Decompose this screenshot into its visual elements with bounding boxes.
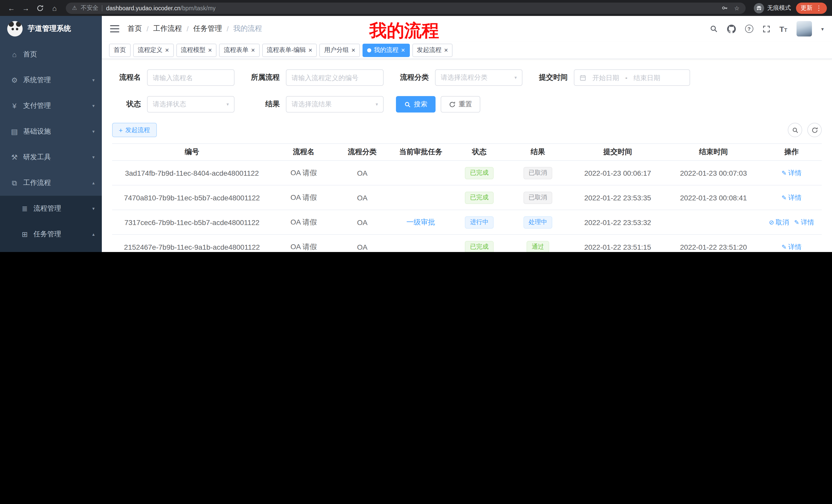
tab-my-process[interactable]: 我的流程× [363, 44, 410, 57]
sidebar-item-infrastructure[interactable]: ▤基础设施▾ [0, 119, 102, 144]
browser-chrome: ← → ⌂ ⚠ 不安全 dashboard.yudao.iocoder.cn/b… [0, 0, 832, 16]
cell-actions: ✎详情 [761, 242, 822, 251]
process-name-input[interactable] [153, 74, 229, 81]
tab-user-group[interactable]: 用户分组× [319, 44, 360, 57]
tab-start-process[interactable]: 发起流程× [412, 44, 452, 57]
tab-process-model[interactable]: 流程模型× [176, 44, 216, 57]
url-host: dashboard.yudao.iocoder.cn [106, 5, 181, 11]
github-icon[interactable] [727, 24, 735, 33]
tab-process-definition[interactable]: 流程定义× [133, 44, 174, 57]
sidebar-item-dev-tools[interactable]: ⚒研发工具▾ [0, 144, 102, 170]
tab-label: 流程定义 [138, 46, 162, 54]
result-tag: 通过 [526, 241, 549, 252]
chevron-down-icon[interactable]: ▾ [821, 26, 824, 32]
cell-status: 已完成 [453, 191, 506, 204]
plus-icon: + [119, 126, 123, 134]
logo-image [7, 21, 23, 36]
security-warning[interactable]: 不安全 [81, 4, 99, 12]
cancel-icon: ⊘ [769, 219, 774, 226]
close-icon[interactable]: × [444, 47, 448, 53]
cell-submit-time: 2022-01-22 23:53:32 [570, 218, 666, 226]
tab-process-form[interactable]: 流程表单× [219, 44, 259, 57]
browser-back-button[interactable]: ← [5, 2, 18, 14]
detail-action-link[interactable]: ✎详情 [794, 218, 814, 227]
tab-label: 用户分组 [324, 46, 349, 54]
main-area: 我的流程 首页/工作流程/任务管理/我的流程 ? [102, 16, 832, 252]
result-select[interactable]: 请选择流结果 ▾ [286, 96, 384, 113]
current-task-link[interactable]: 一级审批 [407, 218, 435, 226]
refresh-button[interactable] [807, 123, 822, 137]
category-select[interactable]: 请选择流程分类 ▾ [435, 69, 522, 86]
sidebar-item-process-management[interactable]: ≣流程管理▾ [0, 196, 102, 221]
active-tab-dot [367, 48, 371, 52]
tabs-bar: 首页流程定义×流程模型×流程表单×流程表单-编辑×用户分组×我的流程×发起流程× [102, 41, 832, 59]
filter-label-submit-time: 提交时间 [535, 73, 568, 82]
status-select[interactable]: 请选择状态 ▾ [147, 96, 234, 113]
refresh-icon [36, 4, 44, 11]
detail-action-link[interactable]: ✎详情 [782, 193, 802, 202]
search-button[interactable]: 搜索 [396, 96, 436, 113]
start-date-input[interactable] [589, 74, 622, 81]
reset-button-label: 重置 [459, 100, 472, 109]
update-label: 更新 [801, 4, 812, 12]
close-icon[interactable]: × [251, 47, 255, 53]
toggle-search-button[interactable] [788, 123, 802, 137]
avatar[interactable] [797, 21, 812, 36]
browser-refresh-button[interactable] [34, 2, 46, 14]
close-icon[interactable]: × [401, 47, 405, 53]
detail-action-link[interactable]: ✎详情 [782, 242, 802, 251]
reset-button[interactable]: 重置 [441, 96, 480, 113]
fullscreen-icon[interactable] [762, 25, 770, 33]
end-date-input[interactable] [630, 74, 663, 81]
tab-home[interactable]: 首页 [109, 44, 131, 57]
app-logo[interactable]: 芋道管理系统 [0, 16, 102, 41]
sidebar-item-label: 流程管理 [33, 204, 61, 213]
browser-menu-icon[interactable]: ⋮ [815, 4, 822, 12]
close-icon[interactable]: × [352, 47, 355, 53]
sidebar-item-payment-management[interactable]: ¥支付管理▾ [0, 93, 102, 119]
breadcrumb-item[interactable]: 工作流程 [153, 24, 182, 33]
create-process-button[interactable]: + 发起流程 [112, 123, 157, 137]
breadcrumb-item[interactable]: 任务管理 [193, 24, 222, 33]
process-definition-input[interactable] [291, 74, 378, 81]
sidebar-item-label: 研发工具 [23, 152, 51, 162]
tab-label: 我的流程 [374, 46, 398, 54]
cancel-action-link[interactable]: ⊘取消 [769, 218, 789, 227]
submit-time-range[interactable]: - [574, 69, 690, 86]
detail-action-link[interactable]: ✎详情 [782, 168, 802, 177]
browser-home-button[interactable]: ⌂ [48, 2, 61, 14]
filter-label-category: 流程分类 [396, 73, 429, 82]
omnibox-separator [102, 5, 103, 11]
filter-label-status: 状态 [112, 100, 141, 109]
font-size-icon[interactable]: TT [779, 24, 787, 33]
sidebar-item-workflow[interactable]: ⧉工作流程▴ [0, 170, 102, 196]
close-icon[interactable]: × [309, 47, 312, 53]
table-row: 7470a810-7b9b-11ec-b5b7-acde48001122OA 请… [112, 186, 822, 210]
tab-process-form-edit[interactable]: 流程表单-编辑× [262, 44, 317, 57]
browser-update-button[interactable]: 更新 ⋮ [796, 2, 827, 13]
table-row: 7317cec6-7b9b-11ec-b5b7-acde48001122OA 请… [112, 210, 822, 235]
process-name-input-wrap [147, 69, 234, 86]
browser-forward-button[interactable]: → [20, 2, 32, 14]
cell-category: OA [336, 243, 389, 251]
sidebar-item-task-management[interactable]: ⊞任务管理▴ [0, 221, 102, 247]
close-icon[interactable]: × [208, 47, 212, 53]
column-header: 提交时间 [570, 147, 666, 157]
status-select-placeholder: 请选择状态 [153, 100, 186, 109]
sidebar-item-home[interactable]: ⌂首页 [0, 41, 102, 67]
close-icon[interactable]: × [165, 47, 169, 53]
sidebar-toggle-icon[interactable] [110, 25, 119, 32]
password-key-icon[interactable] [721, 5, 728, 11]
cell-end-time: 2022-01-23 00:07:03 [666, 169, 761, 177]
breadcrumb-item[interactable]: 首页 [128, 24, 142, 33]
address-bar[interactable]: ⚠ 不安全 dashboard.yudao.iocoder.cn/bpm/tas… [66, 2, 746, 13]
sidebar-item-system-management[interactable]: ⚙系统管理▾ [0, 67, 102, 93]
column-header: 编号 [112, 147, 272, 157]
tab-label: 流程表单 [224, 46, 249, 54]
bookmark-star-icon[interactable]: ☆ [734, 4, 739, 11]
help-icon[interactable]: ? [745, 25, 753, 33]
breadcrumb-separator: / [187, 25, 189, 33]
table-header: 编号流程名流程分类当前审批任务状态结果提交时间结束时间操作 [112, 143, 822, 161]
sidebar-item-my-process[interactable]: 我的流程 [0, 247, 102, 252]
search-icon[interactable] [709, 25, 718, 33]
